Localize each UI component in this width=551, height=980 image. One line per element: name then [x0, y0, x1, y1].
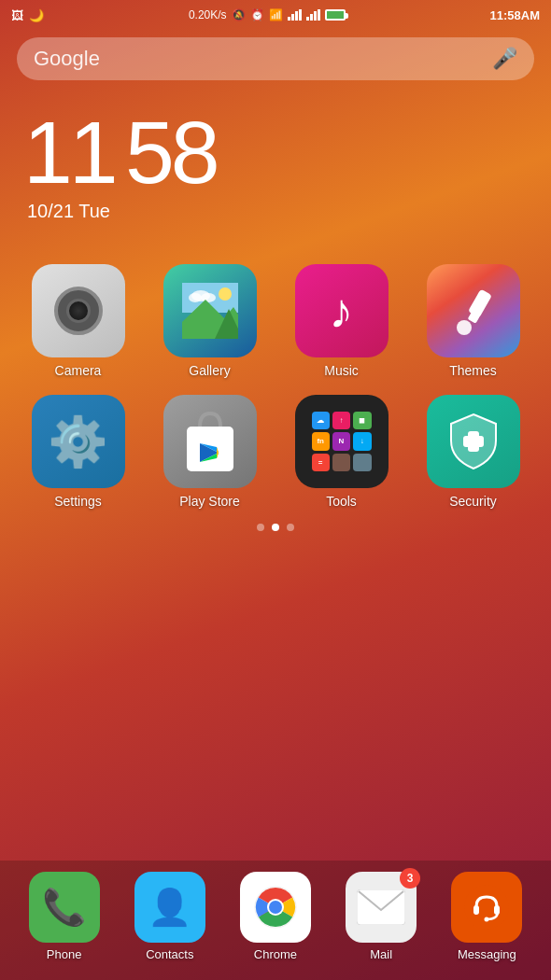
svg-point-10 — [457, 320, 472, 335]
bag-svg — [181, 408, 239, 475]
svg-rect-17 — [463, 436, 484, 447]
contacts-label: Contacts — [146, 947, 193, 961]
camera-icon — [32, 264, 125, 357]
app-gallery[interactable]: Gallery — [148, 264, 271, 378]
app-security[interactable]: Security — [412, 395, 534, 509]
messaging-label: Messaging — [458, 947, 516, 961]
chrome-label: Chrome — [254, 947, 297, 961]
page-dot-1[interactable] — [257, 524, 264, 531]
clock-hours: 11 — [23, 103, 115, 202]
gallery-label: Gallery — [189, 363, 230, 378]
clock-section: 11 58 10/21 Tue — [0, 90, 551, 227]
svg-point-22 — [269, 901, 282, 914]
app-playstore[interactable]: Play Store — [148, 395, 271, 509]
svg-rect-25 — [473, 905, 479, 915]
themes-icon — [427, 264, 520, 357]
mute-icon: 🔕 — [232, 8, 246, 21]
dock: 📞 Phone 👤 Contacts — [0, 861, 551, 980]
svg-point-3 — [189, 293, 202, 302]
shield-svg — [447, 413, 500, 470]
settings-icon: ⚙️ — [32, 395, 125, 488]
gear-icon: ⚙️ — [48, 413, 108, 470]
clock-time: 11 58 — [23, 108, 528, 197]
status-center: 0.20K/s 🔕 ⏰ 📶 — [189, 8, 346, 21]
app-camera[interactable]: Camera — [17, 264, 139, 378]
music-label: Music — [324, 363, 359, 378]
settings-label: Settings — [54, 494, 102, 509]
dock-messaging[interactable]: Messaging — [451, 872, 522, 961]
moon-icon: 🌙 — [29, 8, 44, 22]
gallery-svg — [182, 283, 238, 339]
camera-label: Camera — [55, 363, 102, 378]
themes-label: Themes — [449, 363, 497, 378]
svg-point-4 — [201, 293, 216, 302]
chrome-svg — [252, 884, 299, 931]
svg-point-24 — [464, 885, 509, 930]
page-indicators — [0, 524, 551, 531]
mail-badge: 3 — [400, 868, 420, 889]
security-icon — [427, 395, 520, 488]
mail-label: Mail — [370, 947, 392, 961]
signal-bars-2 — [306, 9, 320, 21]
music-note-icon: ♪ — [330, 283, 354, 339]
google-search-text: Google — [34, 47, 100, 71]
svg-point-5 — [219, 287, 232, 301]
app-tools[interactable]: ☁↑◼fnN↓= Tools — [280, 395, 403, 509]
playstore-label: Play Store — [179, 494, 240, 509]
app-music[interactable]: ♪ Music — [280, 264, 403, 378]
mail-app-icon: 3 — [346, 872, 417, 943]
gallery-status-icon: 🖼 — [11, 8, 23, 22]
dock-mail[interactable]: 3 Mail — [346, 872, 417, 961]
wifi-icon: 📶 — [269, 8, 283, 21]
app-themes[interactable]: Themes — [412, 264, 534, 378]
tools-grid: ☁↑◼fnN↓= — [308, 408, 375, 475]
network-speed: 0.20K/s — [189, 8, 227, 21]
mic-icon[interactable]: 🎤 — [492, 47, 517, 71]
search-bar[interactable]: Google 🎤 — [17, 37, 534, 80]
status-time: 11:58AM — [490, 8, 540, 22]
chrome-app-icon — [240, 872, 311, 943]
music-icon: ♪ — [295, 264, 389, 357]
phone-icon: 📞 — [29, 872, 100, 943]
messaging-icon — [451, 872, 522, 943]
messaging-svg — [463, 884, 510, 931]
clock-minutes: 58 — [125, 103, 217, 202]
tools-icon: ☁↑◼fnN↓= — [295, 395, 389, 488]
battery-icon — [325, 9, 346, 21]
contacts-icon: 👤 — [134, 872, 205, 943]
dock-chrome[interactable]: Chrome — [240, 872, 311, 961]
playstore-icon — [163, 395, 257, 488]
app-settings[interactable]: ⚙️ Settings — [17, 395, 139, 509]
signal-bars-1 — [288, 9, 302, 21]
gallery-icon — [163, 264, 257, 357]
svg-point-27 — [485, 917, 489, 922]
page-dot-3[interactable] — [287, 524, 294, 531]
page-dot-2[interactable] — [272, 524, 279, 531]
app-grid: Camera Gallery ♪ — [0, 227, 551, 509]
clock-date: 10/21 Tue — [23, 201, 528, 222]
dock-phone[interactable]: 📞 Phone — [29, 872, 100, 961]
contacts-glyph: 👤 — [148, 887, 191, 928]
security-label: Security — [449, 494, 497, 509]
mail-svg — [357, 889, 405, 925]
tools-label: Tools — [326, 494, 357, 509]
themes-brush-svg — [445, 283, 502, 339]
alarm-icon: ⏰ — [250, 8, 264, 21]
phone-glyph: 📞 — [42, 887, 86, 928]
status-bar: 🖼 🌙 0.20K/s 🔕 ⏰ 📶 11:58AM — [0, 0, 551, 28]
phone-label: Phone — [47, 947, 82, 961]
dock-contacts[interactable]: 👤 Contacts — [134, 872, 205, 961]
status-left-icons: 🖼 🌙 — [11, 8, 44, 22]
